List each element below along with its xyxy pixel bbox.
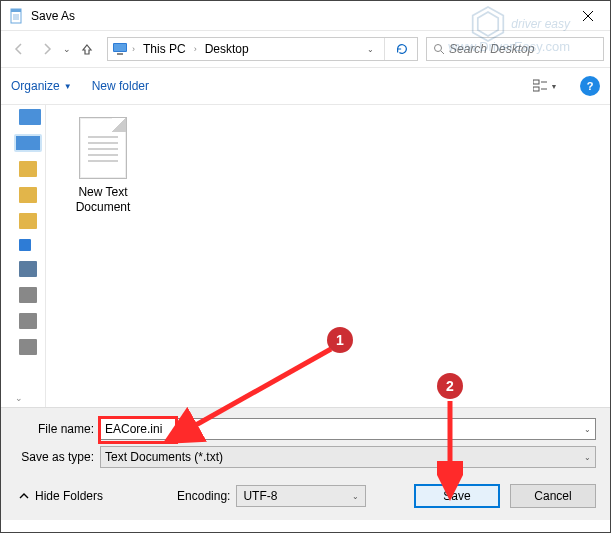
new-folder-button[interactable]: New folder xyxy=(92,79,149,93)
encoding-dropdown[interactable]: UTF-8 ⌄ xyxy=(236,485,366,507)
file-label: New Text Document xyxy=(58,185,148,215)
toolbar: Organize ▼ New folder ▼ ? xyxy=(1,67,610,105)
divider xyxy=(384,38,385,60)
file-item[interactable]: New Text Document xyxy=(58,117,148,215)
chevron-down-icon[interactable]: ⌄ xyxy=(578,425,591,434)
help-button[interactable]: ? xyxy=(580,76,600,96)
address-bar[interactable]: › This PC › Desktop ⌄ xyxy=(107,37,418,61)
notepad-icon xyxy=(9,8,25,24)
window-title: Save As xyxy=(31,9,565,23)
navbar: ⌄ › This PC › Desktop ⌄ Search Desktop xyxy=(1,31,610,67)
filename-input[interactable]: EACore.ini ⌄ xyxy=(100,418,596,440)
chevron-up-icon xyxy=(19,491,29,501)
svg-rect-12 xyxy=(533,80,539,84)
svg-rect-9 xyxy=(117,53,123,55)
tree-expand-icon[interactable]: ⌄ xyxy=(15,393,23,403)
save-form: File name: EACore.ini ⌄ Save as type: Te… xyxy=(1,407,610,520)
titlebar: Save As xyxy=(1,1,610,31)
nav-back-button[interactable] xyxy=(7,37,31,61)
search-placeholder: Search Desktop xyxy=(449,42,534,56)
tree-item[interactable] xyxy=(19,239,31,251)
organize-menu[interactable]: Organize ▼ xyxy=(11,79,72,93)
tree-item[interactable] xyxy=(19,213,37,229)
hide-folders-button[interactable]: Hide Folders xyxy=(15,487,107,505)
chevron-down-icon: ▼ xyxy=(64,82,72,91)
svg-line-11 xyxy=(441,51,444,54)
view-options-button[interactable]: ▼ xyxy=(530,74,560,98)
svg-rect-8 xyxy=(114,44,126,51)
search-input[interactable]: Search Desktop xyxy=(426,37,604,61)
filename-label: File name: xyxy=(15,422,100,436)
chevron-right-icon: › xyxy=(194,44,197,54)
chevron-down-icon: ⌄ xyxy=(352,492,359,501)
file-list[interactable]: New Text Document xyxy=(46,105,610,407)
content-area: ⌄ New Text Document xyxy=(1,105,610,407)
svg-rect-13 xyxy=(533,87,539,91)
text-file-icon xyxy=(79,117,127,179)
chevron-down-icon: ⌄ xyxy=(578,453,591,462)
encoding-label: Encoding: xyxy=(177,489,230,503)
search-icon xyxy=(433,43,445,55)
tree-item[interactable] xyxy=(19,109,41,125)
chevron-down-icon: ▼ xyxy=(551,83,558,90)
nav-up-button[interactable] xyxy=(75,37,99,61)
tree-item[interactable] xyxy=(19,261,37,277)
tree-item[interactable] xyxy=(19,287,37,303)
save-button[interactable]: Save xyxy=(414,484,500,508)
callout-1: 1 xyxy=(327,327,353,353)
callout-2: 2 xyxy=(437,373,463,399)
breadcrumb-desktop[interactable]: Desktop xyxy=(201,40,253,58)
tree-item[interactable] xyxy=(19,313,37,329)
savetype-dropdown[interactable]: Text Documents (*.txt) ⌄ xyxy=(100,446,596,468)
close-icon xyxy=(583,11,593,21)
tree-item-selected[interactable] xyxy=(15,135,41,151)
tree-item[interactable] xyxy=(19,187,37,203)
tree-item[interactable] xyxy=(19,339,37,355)
breadcrumb-this-pc[interactable]: This PC xyxy=(139,40,190,58)
nav-tree[interactable]: ⌄ xyxy=(1,105,46,407)
savetype-label: Save as type: xyxy=(15,450,100,464)
nav-forward-button[interactable] xyxy=(35,37,59,61)
close-button[interactable] xyxy=(565,1,610,31)
address-dropdown[interactable]: ⌄ xyxy=(363,45,378,54)
pc-icon xyxy=(112,41,128,57)
svg-point-10 xyxy=(435,45,442,52)
tree-item[interactable] xyxy=(19,161,37,177)
refresh-button[interactable] xyxy=(391,42,413,56)
cancel-button[interactable]: Cancel xyxy=(510,484,596,508)
chevron-right-icon: › xyxy=(132,44,135,54)
svg-rect-1 xyxy=(11,9,21,12)
nav-history-dropdown[interactable]: ⌄ xyxy=(63,44,71,54)
